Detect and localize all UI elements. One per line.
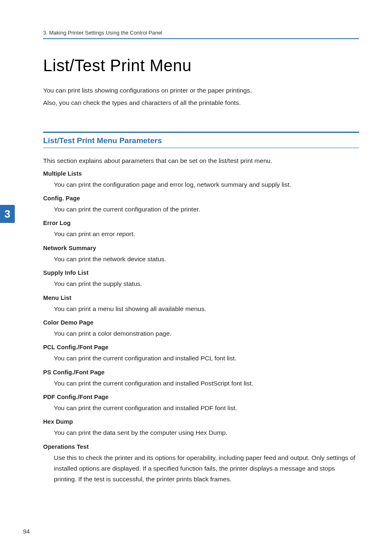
section-rule-top (43, 132, 359, 133)
param-desc: You can print a menu list showing all av… (54, 304, 359, 314)
param-desc: You can print the supply status. (54, 278, 359, 289)
param-desc: You can print the data sent by the compu… (54, 427, 359, 438)
param-term: Error Log (43, 220, 359, 226)
header-breadcrumb: 3. Making Printer Settings Using the Con… (43, 30, 359, 36)
section-intro: This section explains about parameters t… (43, 157, 359, 165)
section-heading: List/Test Print Menu Parameters (43, 136, 359, 145)
param-term: Supply Info List (43, 269, 359, 276)
param-desc: You can print the current configuration … (54, 403, 359, 413)
page-title: List/Test Print Menu (43, 56, 359, 75)
param-term: PS Config./Font Page (43, 369, 359, 376)
param-desc: You can print the current configuration … (54, 353, 359, 364)
param-term: PCL Config./Font Page (43, 344, 359, 350)
header-rule (43, 38, 359, 39)
param-desc: You can print the current configuration … (54, 378, 359, 389)
param-desc: You can print the configuration page and… (54, 179, 359, 190)
param-desc: You can print a color demonstration page… (54, 328, 359, 339)
intro-block: You can print lists showing configuratio… (43, 85, 359, 109)
param-desc: Use this to check the printer and its op… (54, 453, 359, 485)
intro-line-2: Also, you can check the types and charac… (43, 97, 359, 109)
param-term: Operations Test (43, 443, 359, 450)
param-term: Network Summary (43, 245, 359, 251)
intro-line-1: You can print lists showing configuratio… (43, 85, 359, 96)
param-term: Hex Dump (43, 418, 359, 425)
section-heading-wrap: List/Test Print Menu Parameters (43, 132, 359, 148)
section-rule-bottom (43, 148, 359, 148)
chapter-tab-marker: 3 (0, 205, 15, 223)
param-term: Multiple Lists (43, 170, 359, 177)
param-term: Color Demo Page (43, 319, 359, 326)
param-list: Multiple Lists You can print the configu… (43, 170, 359, 485)
param-desc: You can print an error report. (54, 229, 359, 239)
param-term: Config. Page (43, 195, 359, 202)
param-desc: You can print the current configuration … (54, 204, 359, 215)
page-number: 94 (23, 528, 30, 535)
param-term: PDF Config./Font Page (43, 394, 359, 400)
param-term: Menu List (43, 295, 359, 301)
param-desc: You can print the network device status. (54, 254, 359, 265)
